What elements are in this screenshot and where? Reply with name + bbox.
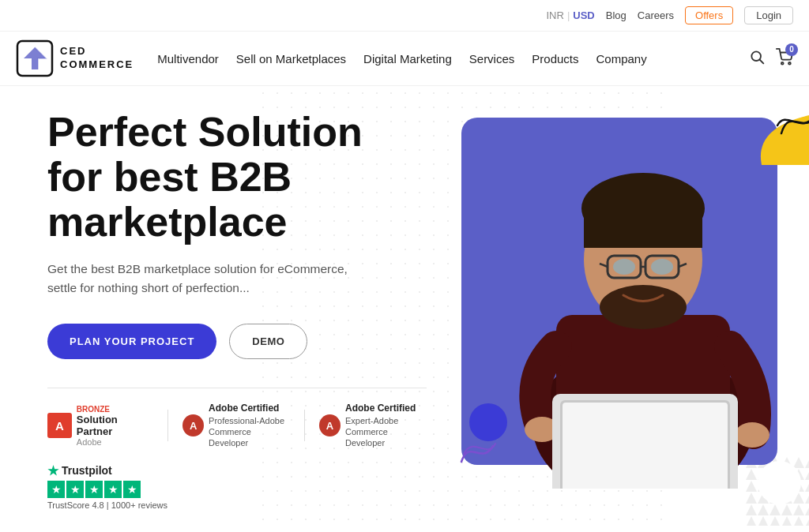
svg-line-2 <box>760 59 764 63</box>
partner-badges: A BRONZE Solution Partner Adobe A Adobe … <box>47 388 427 448</box>
adobe-tier: BRONZE <box>77 405 153 414</box>
svg-point-3 <box>781 62 784 64</box>
adobe-cert-expert-icon: A <box>319 414 341 436</box>
nav-company[interactable]: Company <box>596 52 647 66</box>
svg-point-19 <box>651 259 673 275</box>
adobe-cert-professional-icon: A <box>182 414 204 436</box>
tp-star-3: ★ <box>85 481 103 498</box>
cart-button[interactable]: 0 <box>776 48 793 69</box>
logo[interactable]: CED COMMERCE <box>16 39 134 77</box>
adobe-solution-label: Solution Partner <box>77 414 153 437</box>
tp-star-5: ★ <box>123 481 141 498</box>
cert1-tier: Adobe Certified <box>209 403 290 415</box>
adobe-brand: Adobe <box>77 437 153 447</box>
trustpilot-score: TrustScore 4.8 | 1000+ reviews <box>47 500 427 510</box>
main-nav: Multivendor Sell on Marketplaces Digital… <box>157 52 725 66</box>
hero-right <box>414 94 809 526</box>
svg-point-4 <box>788 62 791 64</box>
usd-currency[interactable]: USD <box>573 9 594 21</box>
trustpilot-logo: ★ Trustpilot <box>47 463 427 478</box>
careers-link[interactable]: Careers <box>638 9 674 21</box>
hero-buttons: PLAN YOUR PROJECT DEMO <box>47 324 427 359</box>
svg-point-12 <box>600 285 687 329</box>
nav-sell-on-marketplaces[interactable]: Sell on Marketplaces <box>236 52 346 66</box>
nav-multivendor[interactable]: Multivendor <box>157 52 219 66</box>
adobe-cert-expert: A Adobe Certified Expert-AdobeCommerce D… <box>319 403 427 448</box>
svg-point-18 <box>613 259 635 275</box>
nav-icons: 0 <box>749 48 793 69</box>
adobe-cert-professional: A Adobe Certified Professional-AdobeComm… <box>182 403 290 448</box>
plan-project-button[interactable]: PLAN YOUR PROJECT <box>47 324 216 359</box>
trustpilot: ★ Trustpilot ★ ★ ★ ★ ★ TrustScore 4.8 | … <box>47 463 427 510</box>
tp-star-1: ★ <box>47 481 65 498</box>
currency-switcher[interactable]: INR | USD <box>547 9 595 21</box>
adobe-partner-text: BRONZE Solution Partner Adobe <box>77 405 153 447</box>
hero-section: Perfect Solution for best B2B marketplac… <box>0 86 809 526</box>
cart-badge: 0 <box>785 43 798 56</box>
hero-left: Perfect Solution for best B2B marketplac… <box>47 110 427 510</box>
trustpilot-stars: ★ ★ ★ ★ ★ <box>47 481 427 498</box>
demo-button[interactable]: DEMO <box>229 324 307 359</box>
svg-rect-11 <box>584 208 702 248</box>
trustpilot-star-icon: ★ <box>47 463 58 478</box>
nav-services[interactable]: Services <box>469 52 515 66</box>
tp-star-4: ★ <box>104 481 122 498</box>
cert1-label: Professional-AdobeCommerce Developer <box>209 416 284 448</box>
login-button[interactable]: Login <box>744 6 793 24</box>
divider2 <box>304 410 305 441</box>
svg-point-21 <box>735 422 769 448</box>
cert2-tier: Adobe Certified <box>345 403 427 415</box>
header: CED COMMERCE Multivendor Sell on Marketp… <box>0 32 809 86</box>
logo-icon <box>16 39 54 77</box>
search-icon[interactable] <box>749 49 765 69</box>
nav-digital-marketing[interactable]: Digital Marketing <box>363 52 452 66</box>
black-scribble-decoration <box>773 102 809 147</box>
hero-title: Perfect Solution for best B2B marketplac… <box>47 110 427 245</box>
adobe-logo-icon: A <box>47 413 72 438</box>
trustpilot-name: Trustpilot <box>62 464 112 477</box>
adobe-solution-partner: A BRONZE Solution Partner Adobe <box>47 405 153 447</box>
top-bar: INR | USD Blog Careers Offers Login <box>0 0 809 32</box>
cert2-label: Expert-AdobeCommerce Developer <box>345 416 398 448</box>
tp-star-2: ★ <box>66 481 84 498</box>
svg-rect-24 <box>563 403 728 489</box>
offers-button[interactable]: Offers <box>685 6 733 24</box>
logo-text: CED COMMERCE <box>60 45 134 72</box>
purple-scribble-decoration <box>457 434 497 469</box>
nav-products[interactable]: Products <box>532 52 578 66</box>
blog-link[interactable]: Blog <box>606 9 627 21</box>
divider1 <box>167 410 168 441</box>
adobe-cert-professional-text: Adobe Certified Professional-AdobeCommer… <box>209 403 290 448</box>
adobe-cert-expert-text: Adobe Certified Expert-AdobeCommerce Dev… <box>345 403 427 448</box>
hero-subtitle: Get the best B2B marketplace solution fo… <box>47 260 348 299</box>
white-circle-decoration <box>758 461 801 504</box>
inr-currency[interactable]: INR <box>547 9 564 21</box>
